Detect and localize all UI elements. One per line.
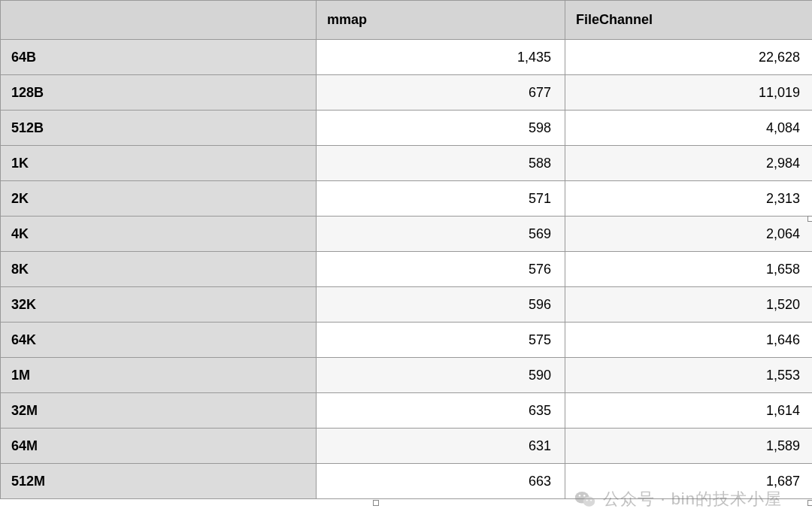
- header-row: mmap FileChannel: [1, 1, 813, 40]
- svg-point-4: [586, 500, 588, 501]
- table-row: 4K 569 2,064: [1, 217, 813, 252]
- table-row: 128B 677 11,019: [1, 75, 813, 111]
- cell-filechannel: 1,553: [565, 358, 813, 393]
- cell-mmap: 569: [317, 217, 565, 252]
- row-label: 2K: [1, 181, 317, 217]
- header-mmap: mmap: [317, 1, 565, 40]
- cell-filechannel: 1,646: [565, 323, 813, 358]
- row-label: 64B: [1, 40, 317, 75]
- cell-mmap: 598: [317, 111, 565, 146]
- cell-mmap: 596: [317, 287, 565, 323]
- cell-filechannel: 22,628: [565, 40, 813, 75]
- cell-mmap: 588: [317, 146, 565, 181]
- table-row: 32M 635 1,614: [1, 393, 813, 429]
- cell-mmap: 571: [317, 181, 565, 217]
- cell-mmap: 631: [317, 429, 565, 464]
- row-label: 512M: [1, 464, 317, 499]
- cell-mmap: 576: [317, 252, 565, 287]
- cell-filechannel: 1,589: [565, 429, 813, 464]
- row-label: 512B: [1, 111, 317, 146]
- cell-filechannel: 2,313: [565, 181, 813, 217]
- svg-point-5: [590, 500, 592, 501]
- row-label: 4K: [1, 217, 317, 252]
- row-label: 8K: [1, 252, 317, 287]
- table-row: 32K 596 1,520: [1, 287, 813, 323]
- cell-filechannel: 1,520: [565, 287, 813, 323]
- row-label: 1K: [1, 146, 317, 181]
- header-empty: [1, 1, 317, 40]
- row-label: 128B: [1, 75, 317, 111]
- benchmark-table: mmap FileChannel 64B 1,435 22,628 128B 6…: [0, 0, 812, 499]
- table-row: 1K 588 2,984: [1, 146, 813, 181]
- selection-handle-icon: [807, 500, 812, 506]
- cell-filechannel: 1,687: [565, 464, 813, 499]
- row-label: 32K: [1, 287, 317, 323]
- row-label: 64M: [1, 429, 317, 464]
- cell-filechannel: 4,084: [565, 111, 813, 146]
- cell-mmap: 677: [317, 75, 565, 111]
- table-row: 64M 631 1,589: [1, 429, 813, 464]
- cell-filechannel: 1,614: [565, 393, 813, 429]
- cell-mmap: 635: [317, 393, 565, 429]
- cell-mmap: 663: [317, 464, 565, 499]
- selection-handle-icon: [373, 500, 379, 506]
- row-label: 1M: [1, 358, 317, 393]
- table-row: 512M 663 1,687: [1, 464, 813, 499]
- row-label: 64K: [1, 323, 317, 358]
- cell-filechannel: 2,064: [565, 217, 813, 252]
- cell-mmap: 575: [317, 323, 565, 358]
- cell-filechannel: 11,019: [565, 75, 813, 111]
- cell-mmap: 1,435: [317, 40, 565, 75]
- table-row: 64B 1,435 22,628: [1, 40, 813, 75]
- table-row: 2K 571 2,313: [1, 181, 813, 217]
- table-row: 8K 576 1,658: [1, 252, 813, 287]
- header-filechannel: FileChannel: [565, 1, 813, 40]
- table-row: 1M 590 1,553: [1, 358, 813, 393]
- table-row: 512B 598 4,084: [1, 111, 813, 146]
- table-row: 64K 575 1,646: [1, 323, 813, 358]
- row-label: 32M: [1, 393, 317, 429]
- cell-mmap: 590: [317, 358, 565, 393]
- cell-filechannel: 1,658: [565, 252, 813, 287]
- cell-filechannel: 2,984: [565, 146, 813, 181]
